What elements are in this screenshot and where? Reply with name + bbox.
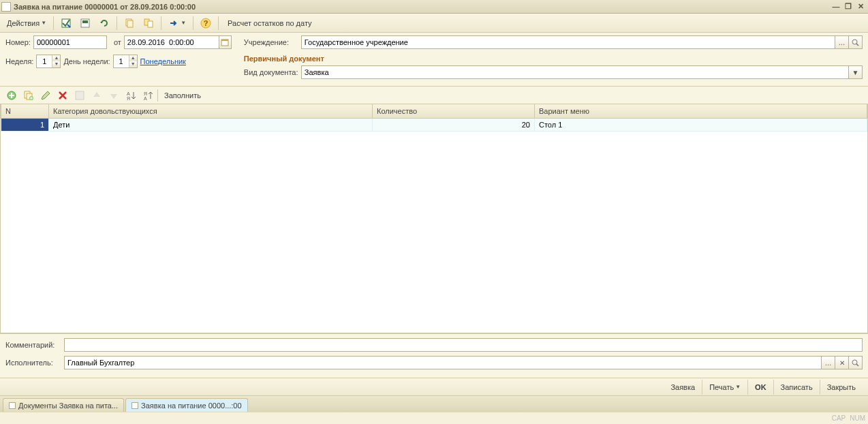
write-button[interactable] (77, 16, 93, 31)
executor-input[interactable] (64, 356, 822, 369)
maximize-button[interactable]: ❐ (842, 1, 854, 12)
from-label: от (114, 38, 121, 46)
svg-rect-4 (127, 20, 133, 27)
main-toolbar: Действия▼ ▼ ? Расчет остатков по дату (0, 14, 868, 33)
window-tab[interactable]: Документы Заявка на пита... (3, 398, 124, 412)
svg-text:?: ? (204, 19, 208, 27)
col-category[interactable]: Категория довольствующихся (49, 104, 373, 118)
select-button[interactable]: … (835, 35, 849, 49)
week-spinner[interactable]: ▲▼ (36, 55, 61, 68)
separator (218, 16, 219, 30)
spin-up-icon[interactable]: ▲ (52, 55, 60, 61)
delete-row-button[interactable] (55, 88, 70, 103)
dropdown-button[interactable]: ▼ (849, 65, 863, 79)
print-button[interactable]: Печать ▼ (702, 380, 747, 395)
spin-down-icon[interactable]: ▼ (52, 61, 60, 67)
svg-line-23 (856, 364, 858, 366)
window-tabs: Документы Заявка на пита... Заявка на пи… (0, 395, 868, 412)
add-row-button[interactable] (4, 88, 19, 103)
calc-remains-button[interactable]: Расчет остатков по дату (223, 16, 317, 31)
date-input[interactable] (124, 35, 219, 49)
close-button[interactable]: Закрыть (820, 380, 863, 395)
table-row[interactable]: 1 Дети 20 Стол 1 (1, 118, 867, 131)
help-button[interactable]: ? (198, 16, 214, 31)
doc-type-label: Вид документа: (244, 68, 298, 76)
comment-input[interactable] (64, 338, 863, 352)
goto-button[interactable]: ▼ (166, 16, 189, 31)
svg-rect-17 (76, 91, 84, 100)
minimize-button[interactable]: — (830, 1, 842, 12)
sort-desc-button[interactable]: ЯA (140, 88, 155, 103)
clear-button[interactable]: ✕ (835, 356, 849, 369)
separator (161, 16, 161, 30)
institution-input[interactable] (301, 35, 835, 49)
open-button[interactable] (849, 35, 863, 49)
cell-category[interactable]: Дети (49, 118, 373, 131)
calendar-button[interactable] (219, 35, 232, 49)
comment-label: Комментарий: (5, 341, 61, 349)
svg-rect-2 (82, 20, 88, 23)
weekday-value[interactable] (114, 55, 129, 67)
weekday-link[interactable]: Понедельник (140, 57, 186, 65)
separator (193, 16, 193, 30)
move-down-button[interactable] (106, 88, 121, 103)
separator (53, 16, 54, 30)
svg-text:Я: Я (127, 96, 130, 101)
doc-type-input[interactable] (301, 65, 849, 79)
actions-menu[interactable]: Действия▼ (4, 16, 49, 31)
window-tab[interactable]: Заявка на питание 0000...:00 (125, 398, 248, 412)
select-button[interactable]: … (822, 356, 835, 369)
end-edit-button[interactable] (72, 88, 87, 103)
cell-menu[interactable]: Стол 1 (535, 118, 867, 131)
col-quantity[interactable]: Количество (373, 104, 535, 118)
cell-n[interactable]: 1 (1, 118, 49, 131)
separator (117, 16, 117, 30)
tab-label: Документы Заявка на пита... (18, 402, 118, 410)
svg-point-22 (852, 360, 857, 365)
edit-row-button[interactable] (38, 88, 53, 103)
table-header-row: N Категория довольствующихся Количество … (1, 104, 867, 118)
weekday-label: День недели: (63, 57, 110, 65)
col-n[interactable]: N (1, 104, 49, 118)
fill-button[interactable]: Заполнить (160, 91, 205, 100)
grid[interactable]: N Категория довольствующихся Количество … (0, 104, 868, 333)
week-label: Неделя: (5, 57, 33, 65)
separator (157, 89, 158, 102)
col-menu[interactable]: Вариант меню (535, 104, 867, 118)
svg-text:A: A (144, 96, 147, 101)
status-cap: CAP (832, 414, 846, 422)
sort-asc-button[interactable]: AЯ (123, 88, 138, 103)
cell-quantity[interactable]: 20 (373, 118, 535, 131)
ok-button[interactable]: OK (747, 380, 773, 395)
move-up-button[interactable] (89, 88, 104, 103)
svg-line-12 (856, 44, 858, 46)
status-bar: CAP NUM (0, 412, 868, 424)
primary-doc-heading: Первичный документ (244, 55, 863, 63)
request-button[interactable]: Заявка (664, 380, 702, 395)
open-button[interactable] (849, 356, 863, 369)
form-band: Номер: от Неделя: ▲▼ День недели: ▲▼ (0, 33, 868, 87)
post-button[interactable] (58, 16, 74, 31)
save-button[interactable]: Записать (773, 380, 820, 395)
svg-text:Я: Я (144, 91, 147, 96)
number-label: Номер: (5, 38, 31, 46)
status-num: NUM (850, 414, 865, 422)
number-input[interactable] (33, 35, 107, 49)
week-value[interactable] (37, 55, 52, 67)
spin-down-icon[interactable]: ▼ (129, 61, 137, 67)
lower-form: Комментарий: Исполнитель: … ✕ (0, 333, 868, 378)
titlebar: Заявка на питание 00000001 от 28.09.2016… (0, 0, 868, 14)
document-icon (131, 402, 138, 409)
actions-label: Действия (7, 19, 40, 27)
copy-button[interactable] (121, 16, 138, 31)
svg-point-11 (852, 40, 857, 44)
copy-row-button[interactable] (21, 88, 36, 103)
weekday-spinner[interactable]: ▲▼ (113, 55, 138, 68)
document-icon (9, 402, 16, 409)
spin-up-icon[interactable]: ▲ (129, 55, 137, 61)
basis-button[interactable] (140, 16, 157, 31)
tab-label: Заявка на питание 0000...:00 (141, 402, 242, 410)
refresh-button[interactable] (96, 16, 112, 31)
close-window-button[interactable]: ✕ (854, 1, 867, 12)
svg-rect-6 (148, 21, 153, 27)
